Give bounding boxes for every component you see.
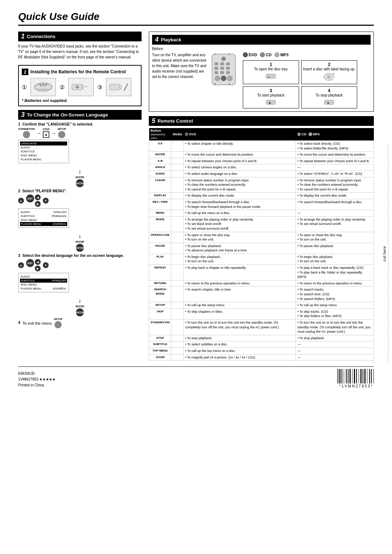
section4-label: Playback bbox=[161, 37, 181, 42]
right-btn: ▶ bbox=[35, 201, 41, 207]
step-text-3: To start playback bbox=[245, 93, 297, 97]
rc-media-cell bbox=[171, 210, 184, 217]
rc-media-cell bbox=[171, 216, 184, 232]
table-row: PAUSE• To pause disc playback. • To adva… bbox=[149, 243, 374, 254]
svg-rect-17 bbox=[226, 62, 230, 65]
setup-label: SETUP bbox=[58, 128, 66, 130]
step-num-1: 1 bbox=[245, 62, 297, 67]
step-circle-1: ① bbox=[22, 84, 27, 91]
menu-item-subtitle: SUBTITLE bbox=[20, 149, 67, 153]
disc-insert-img bbox=[303, 73, 356, 82]
cd-label: CD bbox=[266, 53, 271, 57]
rc-button-name: MENU bbox=[149, 210, 171, 217]
rc-media-cell bbox=[171, 193, 184, 199]
rc-button-name: STANDBY/ON bbox=[149, 320, 171, 335]
rc-cd-cell: • To skip tracks. (CD) • To skip folders… bbox=[296, 308, 374, 319]
left-btn-2: ◀ bbox=[35, 259, 41, 265]
rc-media-cell bbox=[171, 254, 184, 264]
step-num-2: 2 bbox=[303, 62, 356, 67]
enter-label-3: ENTER bbox=[75, 305, 84, 308]
up-btn: ▲ bbox=[18, 198, 24, 204]
step4-row: 4 To exit the menu SETUP bbox=[18, 318, 142, 328]
rc-button-name: REV / FWD bbox=[149, 199, 171, 210]
standby-btn bbox=[23, 131, 30, 138]
table-row: A-B• To repeat between your chosen point… bbox=[149, 158, 374, 164]
rc-button-name: TOP MENU bbox=[149, 348, 171, 354]
playback-steps: 1 To open the disc tray ▲ 2 Insert a dis… bbox=[243, 60, 357, 108]
rc-media-cell bbox=[171, 199, 184, 210]
menu-item-disc-menu: DISC MENU bbox=[20, 153, 67, 157]
rc-dvd-cell: • To play back a chapter or title repeat… bbox=[183, 265, 296, 280]
svg-point-26 bbox=[227, 76, 232, 81]
svg-rect-22 bbox=[220, 71, 224, 74]
battery-images: ① ② bbox=[22, 78, 138, 96]
rc-button-name: 0-9 bbox=[149, 141, 171, 152]
rc-media-cell bbox=[171, 177, 184, 193]
rc-dvd-cell: • To begin disc playback. • To turn on t… bbox=[183, 254, 296, 264]
rc-button-name: SUBTITLE bbox=[149, 341, 171, 348]
svg-point-24 bbox=[215, 76, 220, 81]
rc-cd-cell: — bbox=[296, 210, 374, 217]
menu-item-player-menu: PLAYER MENU bbox=[20, 157, 67, 161]
rc-dvd-cell: • To call up the menu on a disc. bbox=[183, 210, 296, 217]
media-icons-row: DVD CD MP3 bbox=[243, 52, 357, 57]
enter-btn-1: ENTER bbox=[76, 179, 84, 187]
rc-media-cell bbox=[171, 171, 184, 177]
rc-cd-cell: • To pause disc playback. bbox=[296, 243, 374, 254]
rc-button-name: SETUP bbox=[149, 302, 171, 309]
svg-text:+: + bbox=[85, 85, 87, 89]
rc-button-name: PAUSE bbox=[149, 243, 171, 254]
menu3-audio: AUDIO bbox=[20, 275, 67, 279]
table-row: DISPLAY• To display the current disc mod… bbox=[149, 193, 374, 199]
svg-rect-18 bbox=[215, 67, 218, 70]
svg-line-12 bbox=[124, 83, 128, 91]
enter-label-1: ENTER bbox=[75, 176, 84, 178]
rc-button-name: REPEAT bbox=[149, 265, 171, 280]
rc-cd-cell: • To open or close the disc tray. • To t… bbox=[296, 232, 374, 243]
section-language: 3 To Change the On-Screen Language 1 Con… bbox=[18, 110, 142, 328]
rc-button-name: RETURN bbox=[149, 280, 171, 287]
section1-num: 1 bbox=[21, 33, 25, 40]
battery-step2-img: + bbox=[68, 78, 94, 96]
col-media: Media bbox=[171, 128, 184, 141]
play-btn-img: ▶ bbox=[245, 99, 297, 107]
rc-cd-cell: • To play a back track or disc repeatedl… bbox=[296, 265, 374, 280]
table-row: SETUP• To call up the setup menu.• To ca… bbox=[149, 302, 374, 309]
battery-step1-img bbox=[30, 78, 56, 96]
lang-step2: 2 Select "PLAYER MENU". ▲ ENT ◀ ▶ ▼ AUDI… bbox=[18, 189, 142, 228]
svg-rect-23 bbox=[226, 71, 230, 74]
part-number: 1VMN27853 ★★★★★ bbox=[18, 377, 56, 382]
footer-left: E6K0AUD 1VMN27853 ★★★★★ Printed in China bbox=[18, 371, 56, 388]
svg-line-35 bbox=[333, 73, 334, 74]
playback-step-1: 1 To open the disc tray ▲ bbox=[243, 60, 299, 84]
rc-media-cell bbox=[171, 348, 184, 354]
step-text-2: Insert a disc with label facing up. bbox=[303, 67, 356, 71]
section5-header: 5 Remote Control bbox=[149, 116, 374, 126]
right-btn-2: ▶ bbox=[35, 266, 41, 271]
barcode-bars bbox=[338, 369, 374, 383]
rc-button-name: AUDIO bbox=[149, 171, 171, 177]
rc-media-cell bbox=[171, 320, 184, 335]
rc-dvd-cell: • To pause disc playback. • To advance p… bbox=[183, 243, 296, 254]
rc-dvd-cell: • To select subtitles on a disc. bbox=[183, 341, 296, 348]
down-btn: ▼ bbox=[43, 198, 49, 204]
section3-header: 3 To Change the On-Screen Language bbox=[18, 110, 142, 120]
svg-text:1: 1 bbox=[214, 53, 216, 55]
rc-media-cell bbox=[171, 287, 184, 302]
enter-label-2: ENTER bbox=[75, 241, 84, 243]
setup-exit: SETUP bbox=[54, 318, 62, 328]
col-button: Button(Alphabetical order) bbox=[149, 128, 171, 141]
footer: E6K0AUD 1VMN27853 ★★★★★ Printed in China bbox=[18, 366, 374, 388]
lang-step1-label: 1 Confirm that "LANGUAGE" is selected. bbox=[18, 122, 142, 126]
setup-btn bbox=[58, 131, 65, 138]
menu3-player: PLAYER MENUESPAÑOL bbox=[20, 287, 67, 291]
menu-item-language: LANGUAGE bbox=[20, 141, 67, 145]
table-row: STANDBY/ON• To turn the unit on or to tu… bbox=[149, 320, 374, 335]
rc-dvd-cell: • To search chapter, title or time. bbox=[183, 287, 296, 302]
rc-media-cell bbox=[171, 341, 184, 348]
lang-step3-label: 3 Select the desired language for the on… bbox=[18, 253, 142, 258]
svg-rect-21 bbox=[215, 71, 218, 74]
dvd-label: DVD bbox=[249, 53, 257, 57]
section3-num: 3 bbox=[21, 111, 25, 119]
rc-cd-cell: • To begin disc playback. • To turn on t… bbox=[296, 254, 374, 264]
